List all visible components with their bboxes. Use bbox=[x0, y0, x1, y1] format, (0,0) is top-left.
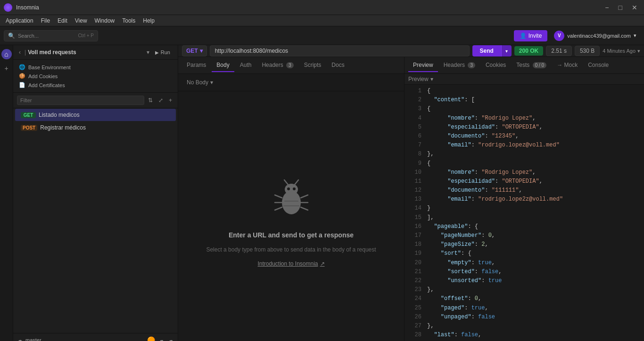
json-line: 24 "offset": 0, bbox=[405, 294, 644, 303]
send-button[interactable]: Send bbox=[472, 45, 501, 57]
json-line: 12 "documento": "111111", bbox=[405, 186, 644, 195]
empty-state: Enter a URL and send to get a response S… bbox=[178, 91, 404, 341]
request-tab-bar: Params Body Auth Headers 3 Scripts Docs bbox=[178, 57, 404, 74]
line-content: "empty": true, bbox=[427, 259, 495, 268]
line-content: "paged": true, bbox=[427, 304, 488, 313]
resp-headers-count: 3 bbox=[468, 62, 475, 68]
preview-chevron-icon: ▾ bbox=[430, 76, 433, 82]
line-content: "pageable": { bbox=[427, 222, 478, 231]
filter-expand-icon[interactable]: ⤢ bbox=[157, 96, 165, 105]
intro-link[interactable]: Introduction to Insomnia ↗ bbox=[257, 260, 324, 267]
sync-orange-icon[interactable]: 🟠 bbox=[147, 336, 155, 341]
menu-tools[interactable]: Tools bbox=[118, 16, 139, 25]
menu-help[interactable]: Help bbox=[139, 16, 158, 25]
collection-name: Voll med requests bbox=[28, 49, 145, 56]
tab-body[interactable]: Body bbox=[212, 59, 234, 72]
method-badge-post: POST bbox=[21, 125, 37, 131]
menu-window[interactable]: Window bbox=[91, 16, 119, 25]
filter-sort-icon[interactable]: ⇅ bbox=[146, 96, 155, 105]
line-number: 6 bbox=[408, 132, 421, 141]
menu-view[interactable]: View bbox=[71, 16, 91, 25]
upload-cloud-icon[interactable]: ☁ bbox=[158, 336, 165, 341]
tab-cookies[interactable]: Cookies bbox=[481, 59, 511, 72]
line-content: "documento": "111111", bbox=[427, 186, 522, 195]
maximize-button[interactable]: □ bbox=[616, 3, 625, 12]
minimize-button[interactable]: − bbox=[602, 3, 611, 12]
line-content: }, bbox=[427, 322, 434, 331]
json-line: 8 }, bbox=[405, 150, 644, 159]
tab-tests[interactable]: Tests 0 / 0 bbox=[512, 59, 551, 72]
json-line: 16 "pageable": { bbox=[405, 222, 644, 231]
filter-add-icon[interactable]: + bbox=[167, 96, 174, 105]
close-button[interactable]: ✕ bbox=[629, 3, 640, 12]
tab-headers[interactable]: Headers 3 bbox=[257, 59, 298, 72]
time-ago: 4 Minutes Ago ▾ bbox=[603, 48, 640, 54]
line-content: "unsorted": true bbox=[427, 276, 502, 285]
app-container: ⌂ + ‹ | Voll med requests ▾ ▶ Run 🌐 Base… bbox=[0, 45, 644, 341]
svg-line-8 bbox=[275, 207, 282, 210]
tests-count: 0 / 0 bbox=[533, 62, 546, 68]
content-area: Params Body Auth Headers 3 Scripts Docs … bbox=[178, 57, 644, 341]
tab-auth[interactable]: Auth bbox=[235, 59, 256, 72]
tab-docs[interactable]: Docs bbox=[327, 59, 349, 72]
line-number: 23 bbox=[408, 285, 421, 294]
tab-console[interactable]: Console bbox=[583, 59, 613, 72]
json-line: 10 "nombre": "Rodrigo Lopez", bbox=[405, 168, 644, 177]
filter-input[interactable] bbox=[17, 96, 144, 105]
run-button[interactable]: ▶ Run bbox=[151, 49, 174, 56]
app-title: Insomnia bbox=[16, 4, 39, 11]
menu-edit[interactable]: Edit bbox=[54, 16, 71, 25]
request-item-get-medicos[interactable]: GET Listado medicos bbox=[15, 109, 176, 121]
collection-chevron-icon: ▾ bbox=[147, 49, 149, 56]
response-sub-bar: Preview ▾ bbox=[405, 74, 644, 85]
svg-line-2 bbox=[284, 180, 288, 185]
svg-point-1 bbox=[285, 184, 298, 195]
method-selector[interactable]: GET ▾ bbox=[182, 45, 207, 57]
tab-resp-headers[interactable]: Headers 3 bbox=[439, 59, 480, 72]
preview-dropdown[interactable]: Preview ▾ bbox=[408, 76, 433, 82]
line-content: "sorted": false, bbox=[427, 268, 502, 276]
line-content: "nombre": "Rodrigo Lopez", bbox=[427, 168, 536, 177]
line-content: } bbox=[427, 204, 430, 213]
menu-application[interactable]: Application bbox=[2, 16, 37, 25]
search-placeholder: Search... bbox=[18, 33, 39, 39]
avatar: V bbox=[554, 31, 564, 41]
line-content: "pageNumber": 0, bbox=[427, 231, 495, 240]
empty-title: Enter a URL and send to get a response bbox=[229, 231, 354, 239]
search-box[interactable]: 🔍 Search... Ctrl + P bbox=[4, 30, 98, 41]
add-certificates-item[interactable]: 📄 Add Certificates bbox=[17, 81, 174, 89]
titlebar: Insomnia − □ ✕ bbox=[0, 0, 644, 15]
sidebar-footer: ☁ master 🟠 ☁ ☁ bbox=[13, 333, 178, 341]
filter-row: ⇅ ⤢ + bbox=[13, 93, 178, 108]
line-content: "sort": { bbox=[427, 249, 471, 258]
user-menu[interactable]: V valentinacc439@gmail.com ▾ bbox=[550, 29, 640, 43]
menubar: Application File Edit View Window Tools … bbox=[0, 15, 644, 26]
no-body-button[interactable]: No Body ▾ bbox=[184, 78, 216, 87]
tab-params[interactable]: Params bbox=[182, 59, 211, 72]
back-button[interactable]: ‹ bbox=[17, 48, 23, 57]
method-badge-get: GET bbox=[21, 112, 36, 118]
line-number: 18 bbox=[408, 240, 421, 249]
home-button[interactable]: ⌂ bbox=[1, 49, 12, 59]
add-cookies-item[interactable]: 🍪 Add Cookies bbox=[17, 72, 174, 81]
menu-file[interactable]: File bbox=[37, 16, 54, 25]
line-content: "nombre": "Rodrigo Lopez", bbox=[427, 114, 536, 123]
svg-line-6 bbox=[275, 195, 282, 198]
send-dropdown-button[interactable]: ▾ bbox=[501, 45, 512, 57]
json-viewer[interactable]: 1{2 "content": [3 {4 "nombre": "Rodrigo … bbox=[405, 85, 644, 341]
json-line: 4 "nombre": "Rodrigo Lopez", bbox=[405, 114, 644, 123]
request-item-post-medicos[interactable]: POST Registrar médicos bbox=[15, 122, 176, 134]
line-number: 9 bbox=[408, 159, 421, 168]
tab-scripts[interactable]: Scripts bbox=[299, 59, 326, 72]
tab-preview[interactable]: Preview bbox=[408, 59, 438, 72]
response-tab-bar: Preview Headers 3 Cookies Tests 0 / 0 → … bbox=[405, 57, 644, 74]
download-cloud-icon[interactable]: ☁ bbox=[167, 336, 174, 341]
tab-mock[interactable]: → Mock bbox=[552, 59, 582, 72]
base-environment-item[interactable]: 🌐 Base Environment bbox=[17, 63, 174, 72]
json-line: 5 "especialidad": "ORTOPEDIA", bbox=[405, 123, 644, 132]
url-input[interactable] bbox=[210, 45, 470, 57]
send-button-group: Send ▾ bbox=[472, 45, 512, 57]
invite-button[interactable]: 👤 Invite bbox=[514, 30, 548, 41]
add-button[interactable]: + bbox=[1, 63, 12, 73]
topbar: 🔍 Search... Ctrl + P 👤 Invite V valentin… bbox=[0, 26, 644, 45]
